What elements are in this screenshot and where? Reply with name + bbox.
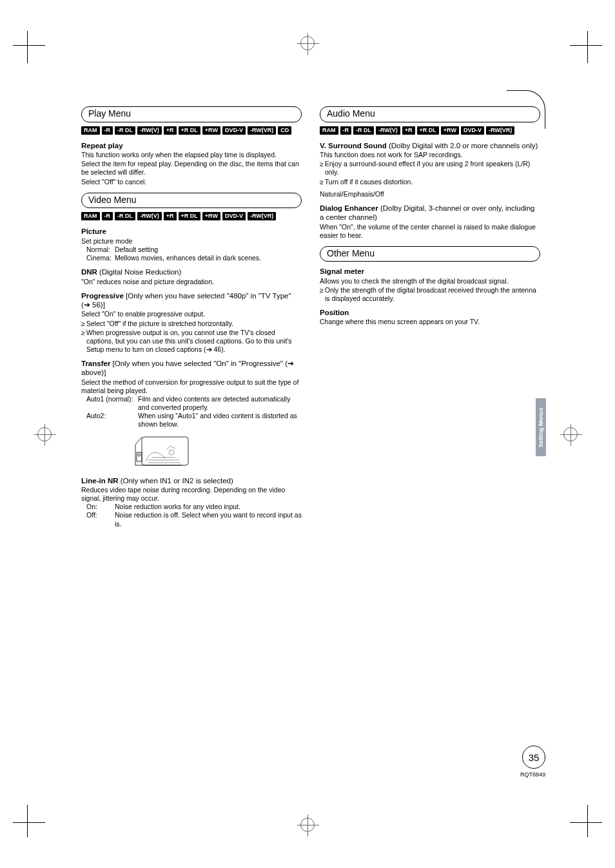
left-column: Play Menu RAM -R -R DL -RW(V) +R +R DL +… (81, 106, 302, 528)
linein-on-label: On: (86, 503, 115, 511)
linein-on-value: Noise reduction works for any video inpu… (115, 503, 302, 511)
repeat-play-text: Select "Off" to cancel. (81, 178, 302, 186)
transfer-auto1-label: Auto1 (normal): (86, 395, 138, 412)
signal-meter-text: Allows you to check the strength of the … (320, 277, 540, 285)
signal-meter-heading: Signal meter (320, 267, 540, 276)
disc-tag: -R (102, 126, 113, 135)
crop-mark (13, 31, 45, 63)
linein-off-value: Noise reduction is off. Select when you … (115, 511, 302, 528)
disc-tag: DVD-V (222, 126, 246, 135)
picture-cinema-value: Mellows movies, enhances detail in dark … (115, 254, 302, 262)
disc-tag: -R DL (115, 126, 135, 135)
transfer-auto2-value: When using "Auto1" and video content is … (138, 412, 302, 429)
disc-tag: DVD-V (222, 212, 246, 220)
video-menu-heading: Video Menu (81, 193, 302, 209)
repeat-play-text: Select the item for repeat play. Dependi… (81, 160, 302, 177)
linein-off-label: Off: (86, 511, 115, 528)
disc-tag: -R (340, 126, 352, 135)
dialog-enhancer-heading: Dialog Enhancer (Dolby Digital, 3-channe… (320, 204, 540, 222)
vsurround-options: Natural/Emphasis/Off (320, 190, 540, 198)
progressive-heading: Progressive [Only when you have selected… (81, 291, 302, 310)
picture-text: Set picture mode (81, 237, 302, 246)
transfer-text: Select the method of conversion for prog… (81, 378, 302, 395)
disc-tag: +R DL (179, 126, 200, 135)
disc-tag: DVD-V (461, 126, 484, 135)
disc-tag: -R DL (115, 212, 135, 220)
linein-nr-heading-sub: (Only when IN1 or IN2 is selected) (119, 477, 233, 485)
repeat-play-heading: Repeat play (81, 141, 302, 150)
page-number: 35 (522, 746, 545, 769)
vsurround-text: This function does not work for SAP reco… (320, 151, 540, 159)
progressive-bullet: Select "Off" if the picture is stretched… (81, 320, 302, 328)
progressive-text: Select "On" to enable progressive output… (81, 310, 302, 318)
disc-tag: -RW(V) (376, 126, 400, 135)
dnr-heading-sub: (Digital Noise Reduction) (97, 268, 181, 276)
page-footer: 35 RQT8849 (520, 746, 545, 778)
dnr-text: "On" reduces noise and picture degradati… (81, 278, 302, 286)
dnr-heading-bold: DNR (81, 268, 97, 276)
disc-tag: RAM (81, 212, 100, 220)
disc-tag: -RW(VR) (248, 126, 276, 135)
disc-tag: +R (164, 212, 177, 220)
transfer-heading-sub: [Only when you have selected "On" in "Pr… (81, 360, 294, 376)
audio-menu-disc-tags: RAM -R -R DL -RW(V) +R +R DL +RW DVD-V -… (320, 126, 540, 135)
disc-tag: CD (278, 126, 291, 135)
linein-nr-text: Reduces video tape noise during recordin… (81, 486, 302, 503)
progressive-bullet: When progressive output is on, you canno… (81, 329, 302, 354)
linein-nr-heading-bold: Line-in NR (81, 477, 119, 485)
position-text: Change where this menu screen appears on… (320, 318, 540, 326)
other-menu-heading: Other Menu (320, 246, 540, 262)
disc-tag: -RW(VR) (486, 126, 514, 135)
registration-mark (563, 427, 578, 441)
signal-meter-bullet: Only the strength of the digital broadca… (320, 286, 540, 303)
transfer-auto1-value: Film and video contents are detected aut… (138, 395, 302, 412)
vsurround-bullet: Enjoy a surround-sound effect if you are… (320, 160, 540, 177)
position-heading: Position (320, 308, 540, 317)
disc-tag: -R (102, 212, 113, 220)
distortion-illustration (133, 433, 302, 471)
disc-tag: +RW (202, 126, 220, 135)
vsurround-heading-bold: V. Surround Sound (320, 142, 387, 149)
disc-tag: +R (402, 126, 415, 135)
disc-tag: -RW(VR) (248, 212, 276, 220)
svg-point-3 (138, 454, 141, 456)
play-menu-disc-tags: RAM -R -R DL -RW(V) +R +R DL +RW DVD-V -… (81, 126, 302, 135)
disc-tag: +R DL (179, 212, 200, 220)
disc-tag: -RW(V) (137, 126, 162, 135)
disc-tag: +R (164, 126, 177, 135)
repeat-play-text: This function works only when the elapse… (81, 151, 302, 159)
dialog-enhancer-text: When "On", the volume of the center chan… (320, 223, 540, 240)
document-code: RQT8849 (520, 771, 545, 778)
transfer-auto2-label: Auto2: (86, 412, 138, 429)
disc-tag: -R DL (353, 126, 374, 135)
disc-tag: +RW (441, 126, 459, 135)
play-menu-heading: Play Menu (81, 106, 302, 122)
registration-mark (300, 818, 315, 832)
svg-rect-0 (142, 437, 188, 465)
disc-tag: +R DL (417, 126, 439, 135)
progressive-heading-bold: Progressive (81, 292, 124, 300)
vsurround-heading: V. Surround Sound (Dolby Digital with 2.… (320, 141, 540, 150)
crop-mark (570, 805, 602, 837)
vsurround-bullet: Turn off if it causes distortion. (320, 178, 540, 186)
transfer-heading-bold: Transfer (81, 360, 110, 367)
registration-mark (300, 36, 315, 50)
linein-nr-heading: Line-in NR (Only when IN1 or IN2 is sele… (81, 476, 302, 485)
audio-menu-heading: Audio Menu (320, 106, 540, 122)
picture-normal-value: Default setting (115, 246, 302, 254)
svg-point-1 (169, 450, 174, 455)
video-menu-disc-tags: RAM -R -R DL -RW(V) +R +R DL +RW DVD-V -… (81, 212, 302, 220)
disc-tag: RAM (320, 126, 338, 135)
picture-normal-label: Normal: (86, 246, 115, 254)
disc-tag: +RW (202, 212, 220, 220)
registration-mark (37, 427, 52, 441)
picture-heading: Picture (81, 227, 302, 236)
dialog-enhancer-heading-bold: Dialog Enhancer (320, 204, 378, 212)
transfer-heading: Transfer [Only when you have selected "O… (81, 359, 302, 378)
right-column: Audio Menu RAM -R -R DL -RW(V) +R +R DL … (320, 106, 540, 528)
crop-mark (570, 31, 602, 63)
dnr-heading: DNR (Digital Noise Reduction) (81, 267, 302, 276)
section-tab-setting-menus: Setting Menus (536, 398, 546, 456)
picture-cinema-label: Cinema: (86, 254, 115, 262)
crop-mark (13, 805, 45, 837)
